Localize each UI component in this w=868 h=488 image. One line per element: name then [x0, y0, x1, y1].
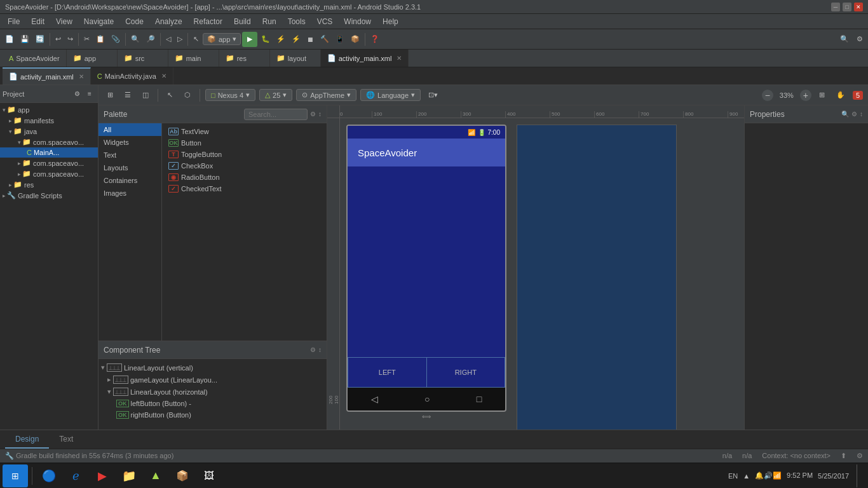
taskbar-app2[interactable]: 📦 [170, 464, 195, 487]
hand-tool-btn[interactable]: ✋ [832, 90, 849, 100]
menu-edit[interactable]: Edit [26, 16, 50, 27]
palette-widget-button[interactable]: OK Button [165, 137, 324, 149]
menu-help[interactable]: Help [377, 16, 403, 27]
taskbar-chrome[interactable]: 🔵 [36, 464, 62, 487]
tree-item-com-spaceavoider-1[interactable]: ▾ 📁 com.spaceavo... [0, 137, 98, 147]
design-view-toggle-2[interactable]: ☰ [121, 90, 135, 100]
avd-button[interactable]: 📱 [333, 32, 347, 47]
palette-widget-togglebutton[interactable]: T ToggleButton [165, 149, 324, 160]
taskbar-ie[interactable]: ℯ [63, 464, 88, 487]
layout-display-btn[interactable]: ⊡▾ [424, 90, 442, 100]
resize-handle[interactable]: ⟺ [346, 413, 506, 420]
comp-item-gamelayout[interactable]: ▸ ⟂⟂⟂ gameLayout (LinearLayou... [98, 374, 327, 386]
settings-button[interactable]: ⚙ [854, 32, 865, 47]
tab-text[interactable]: Text [49, 430, 83, 449]
tree-item-main-activity[interactable]: C MainA... [0, 147, 98, 158]
taskbar-android-studio[interactable]: ▲ [143, 464, 168, 487]
properties-expand-icon[interactable]: ↕ [860, 111, 863, 118]
palette-settings-icon[interactable]: ⚙ [310, 111, 316, 118]
file-tab-spaceavoider[interactable]: A SpaceAvoider [3, 50, 67, 67]
nav-recent-icon[interactable]: □ [477, 394, 482, 404]
phone-right-button[interactable]: RIGHT [427, 357, 506, 388]
palette-cat-widgets[interactable]: Widgets [98, 136, 161, 149]
tree-item-res[interactable]: ▸ 📁 res [0, 179, 98, 190]
properties-settings-icon[interactable]: ⚙ [851, 111, 857, 118]
toolbar-find[interactable]: 🔍 [128, 32, 142, 47]
properties-search-icon[interactable]: 🔍 [841, 111, 849, 118]
maximize-button[interactable]: □ [843, 3, 851, 11]
menu-tools[interactable]: Tools [283, 16, 311, 27]
api-dropdown[interactable]: △ 25 ▾ [259, 89, 292, 101]
minimize-button[interactable]: ─ [831, 3, 840, 11]
palette-expand-icon[interactable]: ↕ [318, 111, 322, 118]
nav-back-icon[interactable]: ◁ [371, 394, 378, 404]
palette-widget-radiobutton[interactable]: ◉ RadioButton [165, 172, 324, 183]
palette-widget-textview[interactable]: Ab TextView [165, 126, 324, 137]
comp-item-rightbutton[interactable]: OK rightButton (Button) [98, 409, 327, 421]
build-button[interactable]: 🔨 [318, 32, 332, 47]
component-tree-settings-icon[interactable]: ⚙ [310, 346, 316, 353]
project-gear-icon[interactable]: ≡ [84, 88, 95, 100]
status-settings-icon[interactable]: ⚙ [857, 452, 863, 460]
taskbar-media[interactable]: ▶ [90, 464, 115, 487]
menu-navigate[interactable]: Navigate [79, 16, 119, 27]
toolbar-back[interactable]: ◁ [163, 32, 173, 47]
apply-changes[interactable]: ⚡ [289, 32, 303, 47]
tree-item-com-spaceavoider-2[interactable]: ▸ 📁 com.spaceavo... [0, 158, 98, 168]
toolbar-paste[interactable]: 📎 [109, 32, 123, 47]
file-tab-res[interactable]: 📁 res [219, 50, 270, 67]
profile-button[interactable]: ⚡ [274, 32, 288, 47]
toolbar-copy[interactable]: 📋 [93, 32, 107, 47]
palette-cat-images[interactable]: Images [98, 187, 161, 200]
close-button[interactable]: ✕ [854, 3, 863, 11]
taskbar-show-desktop[interactable] [857, 464, 860, 487]
palette-cat-layouts[interactable]: Layouts [98, 161, 161, 174]
tree-item-com-spaceavoider-3[interactable]: ▸ 📁 com.spaceavo... [0, 168, 98, 179]
comp-item-linearlayout-v[interactable]: ▾ ⟂⟂⟂ LinearLayout (vertical) [98, 362, 327, 374]
toolbar-redo[interactable]: ↪ [65, 32, 76, 47]
menu-code[interactable]: Code [120, 16, 149, 27]
toolbar-new[interactable]: 📄 [3, 32, 17, 47]
file-tab-src[interactable]: 📁 src [118, 50, 168, 67]
sdk-button[interactable]: 📦 [348, 32, 362, 47]
taskbar-explorer[interactable]: 📁 [116, 464, 142, 487]
warning-badge[interactable]: 5 [853, 91, 863, 100]
zoom-out-button[interactable]: − [762, 90, 773, 101]
menu-view[interactable]: View [51, 16, 78, 27]
device-dropdown[interactable]: □ Nexus 4 ▾ [205, 89, 255, 101]
design-view-toggle-3[interactable]: ◫ [139, 90, 153, 100]
phone-left-button[interactable]: LEFT [348, 357, 427, 388]
palette-cat-containers[interactable]: Containers [98, 174, 161, 187]
toolbar-undo[interactable]: ↩ [53, 32, 64, 47]
menu-build[interactable]: Build [229, 16, 256, 27]
theme-dropdown[interactable]: ⊙ AppTheme ▾ [296, 89, 356, 101]
fit-screen-btn[interactable]: ⊞ [815, 90, 829, 100]
file-tab-main[interactable]: 📁 main [168, 50, 219, 67]
menu-run[interactable]: Run [257, 16, 281, 27]
toolbar-forward[interactable]: ▷ [175, 32, 185, 47]
menu-vcs[interactable]: VCS [312, 16, 338, 27]
editor-tab-activity-main[interactable]: 📄 activity_main.xml ✕ [3, 67, 91, 85]
debug-button[interactable]: 🐛 [259, 32, 273, 47]
palette-widget-checkedtext[interactable]: ✓ CheckedText [165, 183, 324, 194]
menu-window[interactable]: Window [339, 16, 376, 27]
help-button[interactable]: ❓ [368, 32, 382, 47]
zoom-in-button[interactable]: + [800, 90, 811, 101]
status-expand-icon[interactable]: ⬆ [841, 452, 846, 460]
menu-file[interactable]: File [3, 16, 25, 27]
tab-design[interactable]: Design [5, 430, 49, 449]
tree-item-java[interactable]: ▾ 📁 java [0, 126, 98, 137]
file-tab-activity-main[interactable]: 📄 activity_main.xml ✕ [321, 50, 409, 67]
palette-cat-all[interactable]: All [98, 123, 161, 136]
app-selector[interactable]: 📦app▾ [203, 33, 241, 45]
language-dropdown[interactable]: 🌐 Language ▾ [360, 89, 421, 101]
project-settings-icon[interactable]: ⚙ [71, 88, 83, 100]
comp-item-linearlayout-h[interactable]: ▾ ⟂⟂⟂ LinearLayout (horizontal) [98, 386, 327, 398]
menu-analyze[interactable]: Analyze [150, 16, 187, 27]
stop-button[interactable]: ⏹ [304, 32, 316, 47]
tree-item-manifests[interactable]: ▸ 📁 manifests [0, 115, 98, 126]
design-view-toggle-1[interactable]: ⊞ [104, 90, 117, 100]
toolbar-replace[interactable]: 🔎 [144, 32, 158, 47]
component-tree-expand-icon[interactable]: ↕ [318, 346, 322, 353]
file-tab-app[interactable]: 📁 app [67, 50, 118, 67]
